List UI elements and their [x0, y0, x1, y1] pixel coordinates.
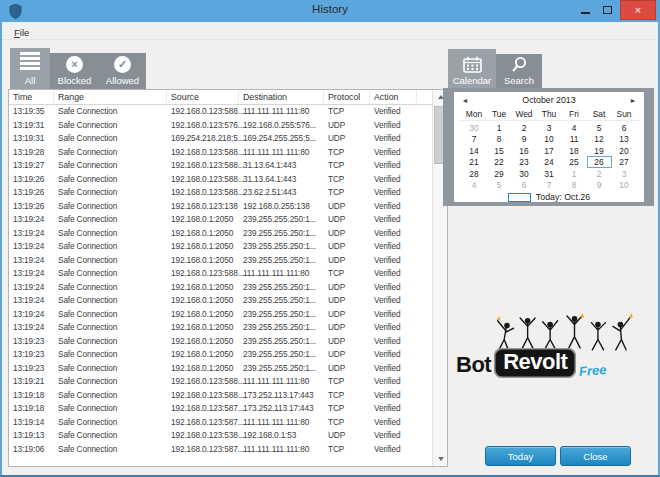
column-header-action[interactable]: Action: [370, 90, 417, 104]
prev-month-button[interactable]: ◄: [458, 92, 472, 109]
calendar-day[interactable]: 20: [612, 145, 637, 156]
calendar-day[interactable]: 19: [587, 145, 612, 156]
table-row[interactable]: 13:19:31Safe Connection192.168.0.123:576…: [9, 119, 447, 133]
maximize-button[interactable]: [596, 0, 618, 20]
table-row[interactable]: 13:19:18Safe Connection192.168.0.123:587…: [9, 402, 447, 416]
calendar-day[interactable]: 8: [487, 133, 512, 144]
table-row[interactable]: 13:19:13Safe Connection192.168.0.123:538…: [9, 429, 447, 443]
calendar-day[interactable]: 4: [562, 122, 587, 133]
next-month-button[interactable]: ►: [626, 92, 640, 109]
table-row[interactable]: 13:19:18Safe Connection192.168.0.123:588…: [9, 389, 447, 403]
table-row[interactable]: 13:19:21Safe Connection192.168.0.123:588…: [9, 375, 447, 389]
calendar-day[interactable]: 15: [487, 145, 512, 156]
table-row[interactable]: 13:19:24Safe Connection192.168.0.1:20502…: [9, 294, 447, 308]
calendar-day[interactable]: 18: [562, 145, 587, 156]
column-header-source[interactable]: Source: [167, 90, 239, 104]
tab-calendar[interactable]: Calendar: [448, 49, 496, 89]
cell-range: Safe Connection: [54, 267, 167, 281]
calendar-day[interactable]: 5: [487, 179, 512, 190]
calendar-day[interactable]: 7: [462, 133, 487, 144]
table-row[interactable]: 13:19:24Safe Connection192.168.0.1:20502…: [9, 281, 447, 295]
calendar-day[interactable]: 3: [612, 168, 637, 179]
calendar-day[interactable]: 29: [487, 168, 512, 179]
calendar-footer[interactable]: Today: Oct.26: [454, 192, 644, 202]
column-header-time[interactable]: Time: [9, 90, 54, 104]
cell-range: Safe Connection: [54, 254, 167, 268]
cell-destination: 192.168.0.255:576...: [239, 119, 324, 133]
table-row[interactable]: 13:19:23Safe Connection192.168.0.1:20502…: [9, 348, 447, 362]
calendar-day[interactable]: 28: [462, 168, 487, 179]
calendar-day[interactable]: 22: [487, 156, 512, 167]
table-row[interactable]: 13:19:26Safe Connection192.168.0.123:588…: [9, 173, 447, 187]
calendar-day[interactable]: 27: [612, 156, 637, 167]
column-header-destination[interactable]: Destination: [239, 90, 324, 104]
today-button[interactable]: Today: [485, 446, 556, 466]
minimize-button[interactable]: [574, 0, 596, 20]
table-row[interactable]: 13:19:26Safe Connection192.168.0.123:588…: [9, 186, 447, 200]
table-row[interactable]: 13:19:31Safe Connection169.254.218.218:5…: [9, 132, 447, 146]
calendar-day[interactable]: 16: [512, 145, 537, 156]
table-row[interactable]: 13:19:24Safe Connection192.168.0.123:588…: [9, 267, 447, 281]
calendar-day[interactable]: 7: [537, 179, 562, 190]
calendar-day[interactable]: 10: [612, 179, 637, 190]
calendar-day[interactable]: 8: [562, 179, 587, 190]
scroll-down-button[interactable]: [433, 452, 448, 466]
calendar-day[interactable]: 3: [537, 122, 562, 133]
calendar-day[interactable]: 6: [612, 122, 637, 133]
calendar-day[interactable]: 9: [587, 179, 612, 190]
tab-all[interactable]: All: [10, 48, 50, 89]
table-row[interactable]: 13:19:27Safe Connection192.168.0.123:588…: [9, 159, 447, 173]
table-row[interactable]: 13:19:14Safe Connection192.168.0.123:587…: [9, 416, 447, 430]
column-header-range[interactable]: Range: [54, 90, 167, 104]
calendar-day[interactable]: 11: [562, 133, 587, 144]
calendar-day[interactable]: 2: [587, 168, 612, 179]
calendar-day[interactable]: 12: [587, 133, 612, 144]
protesters-illustration: [492, 312, 642, 352]
table-row[interactable]: 13:19:23Safe Connection192.168.0.1:20502…: [9, 362, 447, 376]
calendar-day[interactable]: 24: [537, 156, 562, 167]
tab-search[interactable]: Search: [496, 54, 542, 89]
calendar-day[interactable]: 30: [512, 168, 537, 179]
table-row[interactable]: 13:19:26Safe Connection192.168.0.123:138…: [9, 200, 447, 214]
day-names-row: MonTueWedThuFriSatSun: [458, 108, 640, 121]
table-row[interactable]: 13:19:06Safe Connection192.168.0.123:587…: [9, 443, 447, 457]
calendar-day[interactable]: 31: [537, 168, 562, 179]
calendar-day[interactable]: 6: [512, 179, 537, 190]
calendar-day[interactable]: 23: [512, 156, 537, 167]
calendar-day[interactable]: 14: [462, 145, 487, 156]
table-row[interactable]: 13:19:28Safe Connection192.168.0.123:588…: [9, 146, 447, 160]
calendar-day[interactable]: 1: [562, 168, 587, 179]
calendar-day[interactable]: 30: [462, 122, 487, 133]
calendar-day-selected[interactable]: 26: [587, 156, 612, 167]
calendar-day[interactable]: 25: [562, 156, 587, 167]
calendar-day[interactable]: 1: [487, 122, 512, 133]
table-row[interactable]: 13:19:24Safe Connection192.168.0.1:20502…: [9, 227, 447, 241]
column-header-protocol[interactable]: Protocol: [324, 90, 370, 104]
calendar-day[interactable]: 5: [587, 122, 612, 133]
table-row[interactable]: 13:19:24Safe Connection192.168.0.1:20502…: [9, 213, 447, 227]
table-row[interactable]: 13:19:24Safe Connection192.168.0.1:20502…: [9, 321, 447, 335]
tab-allowed[interactable]: ✓ Allowed: [99, 53, 146, 89]
table-row[interactable]: 13:19:24Safe Connection192.168.0.1:20502…: [9, 308, 447, 322]
cell-source: 169.254.218.218:5...: [167, 132, 239, 146]
calendar-day[interactable]: 21: [462, 156, 487, 167]
tab-blocked[interactable]: × Blocked: [50, 53, 99, 89]
table-row[interactable]: 13:19:35Safe Connection192.168.0.123:588…: [9, 105, 447, 119]
calendar-day[interactable]: 9: [512, 133, 537, 144]
cell-time: 13:19:14: [9, 416, 54, 430]
calendar-day[interactable]: 4: [462, 179, 487, 190]
cell-action: Verified: [370, 213, 417, 227]
table-row[interactable]: 13:19:23Safe Connection192.168.0.1:20502…: [9, 335, 447, 349]
calendar-day[interactable]: 17: [537, 145, 562, 156]
calendar-day[interactable]: 13: [612, 133, 637, 144]
calendar-day[interactable]: 10: [537, 133, 562, 144]
cell-protocol: UDP: [324, 362, 370, 376]
cell-source: 192.168.0.1:2050: [167, 294, 239, 308]
table-row[interactable]: 13:19:24Safe Connection192.168.0.1:20502…: [9, 254, 447, 268]
calendar-day[interactable]: 2: [512, 122, 537, 133]
close-button[interactable]: Close: [560, 446, 631, 466]
table-row[interactable]: 13:19:24Safe Connection192.168.0.1:20502…: [9, 240, 447, 254]
menu-file[interactable]: File: [10, 26, 33, 39]
close-window-button[interactable]: ×: [620, 0, 656, 20]
cell-action: Verified: [370, 362, 417, 376]
